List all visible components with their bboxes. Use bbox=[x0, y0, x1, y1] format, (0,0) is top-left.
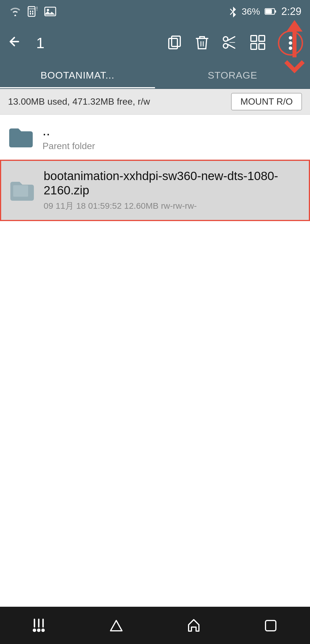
svg-rect-13 bbox=[169, 38, 177, 49]
nav-recents-button[interactable] bbox=[260, 614, 283, 637]
svg-rect-14 bbox=[172, 36, 180, 46]
svg-point-31 bbox=[37, 629, 40, 632]
parent-folder-item[interactable]: .. Parent folder bbox=[0, 115, 310, 160]
storage-info-bar: 13.00MB used, 471.32MB free, r/w MOUNT R… bbox=[0, 89, 310, 115]
tab-bootanim-label: BOOTANIMAT... bbox=[40, 70, 114, 81]
svg-rect-22 bbox=[251, 36, 257, 41]
battery-icon bbox=[265, 7, 277, 15]
svg-text:!: ! bbox=[36, 6, 38, 12]
svg-line-8 bbox=[230, 9, 233, 12]
svg-rect-25 bbox=[259, 44, 265, 49]
mount-ro-button[interactable]: MOUNT R/O bbox=[231, 93, 302, 110]
svg-point-28 bbox=[289, 46, 292, 50]
zip-folder-icon bbox=[9, 179, 35, 202]
svg-rect-12 bbox=[266, 9, 272, 14]
time-text: 2:29 bbox=[281, 5, 301, 17]
bottom-nav bbox=[0, 607, 310, 644]
toolbar-actions bbox=[166, 30, 303, 56]
svg-point-32 bbox=[41, 629, 45, 632]
wifi-icon bbox=[9, 6, 22, 17]
delete-button[interactable] bbox=[195, 34, 210, 52]
parent-folder-name: .. bbox=[42, 123, 95, 138]
svg-rect-11 bbox=[275, 10, 276, 13]
tab-bar: BOOTANIMAT... STORAGE bbox=[0, 63, 310, 89]
svg-point-26 bbox=[289, 36, 292, 40]
folder-icon-parent bbox=[8, 126, 34, 149]
status-bar-left-icons: ! bbox=[9, 6, 57, 17]
svg-line-9 bbox=[230, 12, 233, 15]
nav-home-button[interactable] bbox=[182, 614, 205, 637]
tab-storage[interactable]: STORAGE bbox=[155, 63, 310, 88]
selected-count: 1 bbox=[36, 34, 44, 52]
svg-point-7 bbox=[47, 9, 49, 11]
toolbar: 1 bbox=[0, 23, 310, 63]
zip-file-name: bootanimation-xxhdpi-sw360-new-dts-1080-… bbox=[44, 169, 301, 198]
svg-rect-36 bbox=[266, 620, 276, 631]
nav-menu-button[interactable] bbox=[27, 614, 50, 637]
zip-file-item[interactable]: bootanimation-xxhdpi-sw360-new-dts-1080-… bbox=[0, 160, 310, 221]
tab-storage-label: STORAGE bbox=[208, 70, 257, 81]
svg-rect-1 bbox=[30, 11, 31, 12]
status-bar: ! 36% 2:29 bbox=[0, 0, 310, 23]
zip-file-meta: 09 11月 18 01:59:52 12.60MB rw-rw-rw- bbox=[44, 200, 301, 212]
svg-point-27 bbox=[289, 41, 292, 45]
back-button[interactable] bbox=[7, 33, 22, 53]
status-bar-right: 36% 2:29 bbox=[229, 5, 301, 17]
svg-rect-29 bbox=[13, 185, 28, 197]
more-button[interactable] bbox=[278, 30, 303, 56]
battery-text: 36% bbox=[242, 6, 260, 17]
bluetooth-icon bbox=[229, 5, 237, 17]
svg-rect-24 bbox=[251, 44, 257, 49]
storage-text: 13.00MB used, 471.32MB free, r/w bbox=[8, 96, 222, 107]
svg-rect-4 bbox=[32, 13, 33, 15]
nav-back-button[interactable] bbox=[105, 614, 128, 637]
svg-point-30 bbox=[33, 629, 36, 632]
parent-folder-info: .. Parent folder bbox=[42, 123, 95, 151]
parent-folder-sub: Parent folder bbox=[42, 141, 95, 151]
copy-button[interactable] bbox=[166, 34, 183, 52]
svg-rect-3 bbox=[30, 13, 31, 15]
zip-file-info: bootanimation-xxhdpi-sw360-new-dts-1080-… bbox=[44, 169, 301, 212]
sim-icon: ! bbox=[27, 6, 39, 17]
image-icon bbox=[44, 6, 57, 17]
svg-rect-0 bbox=[28, 7, 35, 16]
svg-rect-23 bbox=[259, 36, 265, 41]
cut-button[interactable] bbox=[222, 34, 238, 52]
select-all-button[interactable] bbox=[250, 34, 266, 52]
file-list: .. Parent folder bootanimation-xxhdpi-sw… bbox=[0, 115, 310, 607]
tab-bootanim[interactable]: BOOTANIMAT... bbox=[0, 63, 155, 88]
svg-rect-2 bbox=[32, 11, 33, 12]
